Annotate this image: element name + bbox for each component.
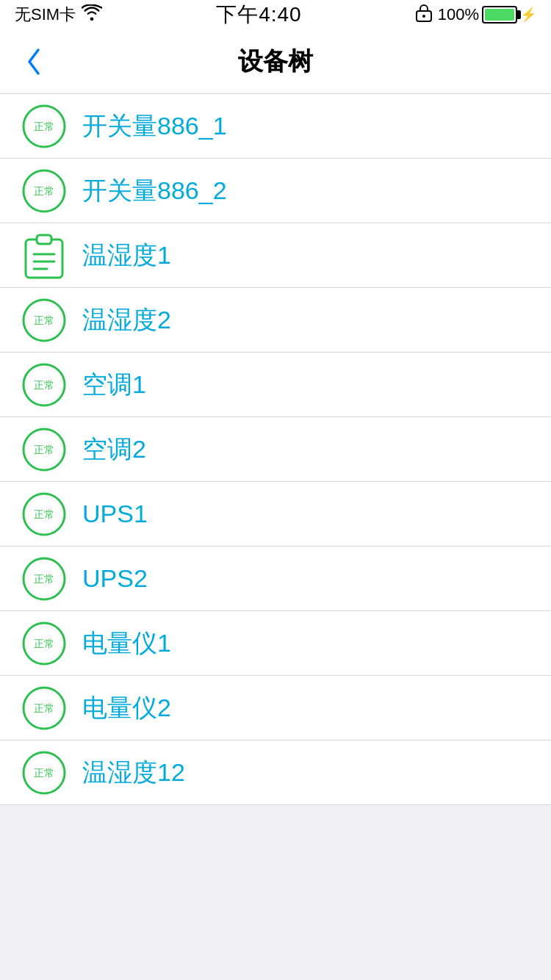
wifi-icon (82, 4, 102, 25)
battery-icon (482, 6, 517, 24)
back-button[interactable] (18, 40, 50, 84)
device-status-icon: 正常 (21, 361, 68, 408)
device-name-label: 空调1 (82, 368, 146, 402)
svg-text:正常: 正常 (34, 573, 54, 585)
list-item[interactable]: 温湿度1 (0, 223, 551, 288)
device-status-icon: 正常 (21, 555, 68, 602)
list-item[interactable]: 正常 UPS1 (0, 482, 551, 547)
svg-text:正常: 正常 (34, 120, 54, 132)
lock-icon (416, 3, 432, 26)
list-item[interactable]: 正常 空调1 (0, 353, 551, 417)
device-name-label: 温湿度2 (82, 303, 171, 337)
svg-text:正常: 正常 (34, 638, 54, 649)
footer-area (0, 805, 551, 952)
list-item[interactable]: 正常 开关量886_1 (0, 94, 551, 159)
status-bar: 无SIM卡 下午4:40 100% ⚡ (0, 0, 551, 29)
device-name-label: UPS1 (82, 500, 148, 528)
svg-rect-7 (37, 235, 51, 244)
list-item[interactable]: 正常 空调2 (0, 417, 551, 482)
svg-rect-6 (26, 239, 62, 278)
list-item[interactable]: 正常 温湿度12 (0, 741, 551, 805)
svg-text:正常: 正常 (34, 444, 54, 455)
nav-bar: 设备树 (0, 29, 551, 94)
status-right: 100% ⚡ (416, 3, 536, 26)
list-item[interactable]: 正常 温湿度2 (0, 288, 551, 353)
device-status-icon: 正常 (21, 103, 68, 150)
svg-text:正常: 正常 (34, 314, 54, 326)
device-name-label: 开关量886_1 (82, 109, 227, 143)
status-time: 下午4:40 (216, 1, 302, 29)
device-status-icon: 正常 (21, 167, 68, 215)
device-status-icon: 正常 (21, 749, 68, 796)
device-name-label: UPS2 (82, 564, 148, 593)
device-status-icon: 正常 (21, 491, 68, 538)
svg-text:正常: 正常 (34, 508, 54, 520)
device-name-label: 电量仪1 (82, 627, 171, 660)
device-name-label: 开关量886_2 (82, 174, 227, 208)
device-name-label: 温湿度1 (82, 239, 171, 273)
device-name-label: 温湿度12 (82, 756, 185, 790)
svg-point-1 (422, 15, 425, 18)
svg-text:正常: 正常 (34, 185, 54, 197)
carrier-text: 无SIM卡 (15, 4, 76, 26)
device-status-icon: 正常 (21, 620, 68, 667)
device-status-icon: 正常 (21, 297, 68, 344)
page-title: 设备树 (238, 45, 313, 79)
device-list: 正常 开关量886_1 正常 开关量886_2 温湿度1 正常 温湿度2 正常 … (0, 94, 551, 805)
svg-text:正常: 正常 (34, 767, 54, 779)
svg-text:正常: 正常 (34, 702, 54, 714)
battery-container: 100% ⚡ (438, 5, 536, 24)
svg-text:正常: 正常 (34, 379, 54, 391)
list-item[interactable]: 正常 电量仪2 (0, 676, 551, 741)
device-status-icon: 正常 (21, 685, 68, 732)
battery-percent: 100% (438, 5, 479, 24)
list-item[interactable]: 正常 UPS2 (0, 547, 551, 611)
device-status-icon: 正常 (21, 426, 68, 473)
device-name-label: 电量仪2 (82, 691, 171, 725)
device-status-icon (21, 232, 68, 279)
device-name-label: 空调2 (82, 433, 146, 466)
list-item[interactable]: 正常 开关量886_2 (0, 159, 551, 223)
status-left: 无SIM卡 (15, 4, 102, 26)
list-item[interactable]: 正常 电量仪1 (0, 611, 551, 676)
battery-fill (485, 9, 514, 21)
charging-icon: ⚡ (520, 7, 536, 23)
